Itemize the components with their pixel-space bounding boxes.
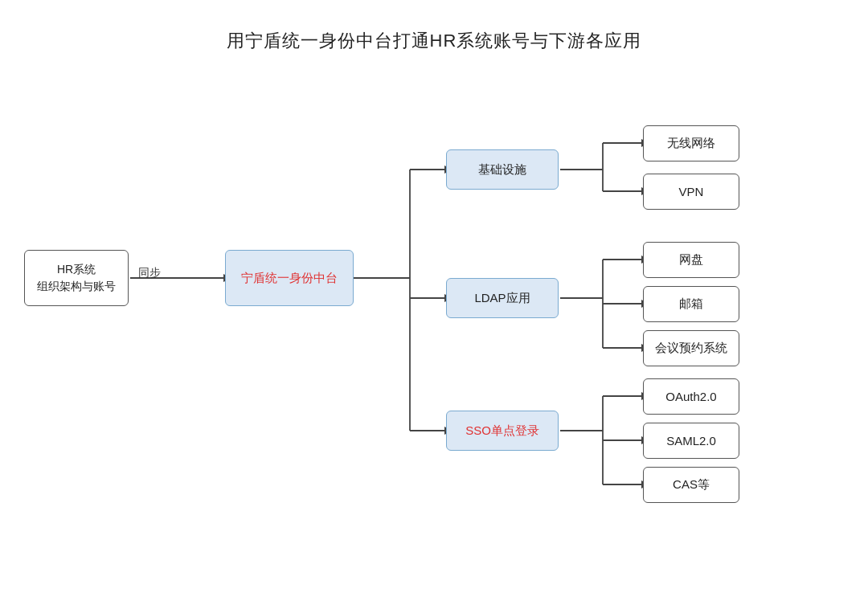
netdisk-box: 网盘 (643, 242, 739, 278)
infra-box: 基础设施 (446, 149, 559, 190)
vpn-box: VPN (643, 174, 739, 210)
meeting-box: 会议预约系统 (643, 330, 739, 366)
sync-label: 同步 (138, 266, 161, 280)
wireless-box: 无线网络 (643, 125, 739, 161)
ldap-box: LDAP应用 (446, 278, 559, 318)
saml-box: SAML2.0 (643, 423, 739, 459)
hr-box: HR系统组织架构与账号 (24, 250, 129, 306)
cas-box: CAS等 (643, 467, 739, 503)
center-box: 宁盾统一身份中台 (225, 250, 354, 306)
email-box: 邮箱 (643, 286, 739, 322)
diagram-area: HR系统组织架构与账号 同步 宁盾统一身份中台 基础设施 LDAP应用 SSO单… (0, 53, 868, 605)
oauth-box: OAuth2.0 (643, 378, 739, 415)
page-title: 用宁盾统一身份中台打通HR系统账号与下游各应用 (227, 29, 642, 53)
sso-box: SSO单点登录 (446, 411, 559, 451)
